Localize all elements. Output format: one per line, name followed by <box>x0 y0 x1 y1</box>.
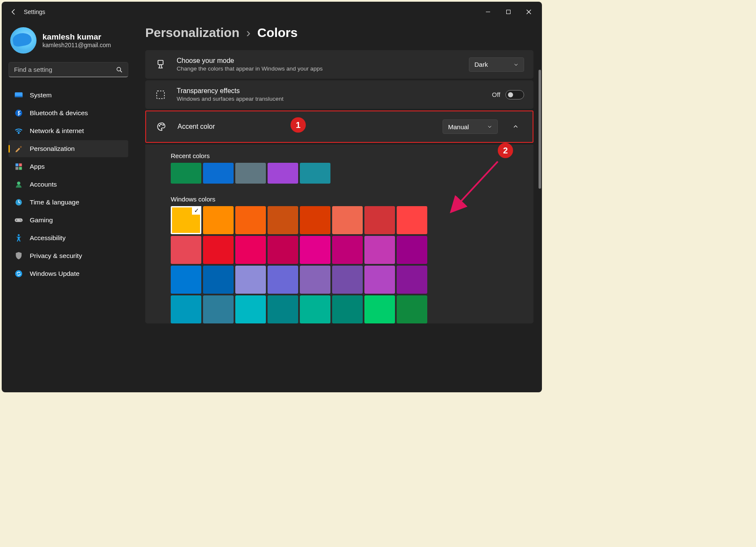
scrollbar[interactable] <box>539 70 541 325</box>
update-icon <box>14 269 23 278</box>
windows-color-swatch[interactable] <box>364 206 395 234</box>
windows-colors-grid: ✓ <box>171 206 524 323</box>
svg-line-5 <box>120 71 122 72</box>
mode-card[interactable]: Choose your mode Change the colors that … <box>145 50 533 79</box>
windows-color-swatch[interactable] <box>300 206 330 234</box>
windows-color-swatch[interactable] <box>235 236 266 264</box>
windows-color-swatch[interactable] <box>397 236 427 264</box>
windows-color-swatch[interactable] <box>203 236 234 264</box>
nav-item-gaming[interactable]: Gaming <box>8 212 128 229</box>
nav-list: SystemBluetooth & devicesNetwork & inter… <box>8 87 128 282</box>
toggle-label: Off <box>492 91 500 98</box>
windows-color-swatch[interactable] <box>332 236 363 264</box>
nav-label: Bluetooth & devices <box>30 109 88 117</box>
nav-item-accessibility[interactable]: Accessibility <box>8 230 128 247</box>
svg-point-24 <box>161 124 161 125</box>
brush-icon <box>14 145 23 153</box>
recent-color-swatch[interactable] <box>203 163 234 184</box>
windows-color-swatch[interactable] <box>203 266 234 294</box>
search-input[interactable] <box>14 66 116 73</box>
nav-label: Windows Update <box>30 270 79 278</box>
svg-point-20 <box>15 270 23 278</box>
windows-color-swatch[interactable]: ✓ <box>171 206 201 234</box>
maximize-button[interactable] <box>499 5 518 19</box>
search-box[interactable] <box>8 62 128 77</box>
wifi-icon <box>14 127 23 135</box>
recent-color-swatch[interactable] <box>171 163 201 184</box>
colors-panel: Recent colors Windows colors ✓ 2 <box>145 145 533 323</box>
collapse-button[interactable] <box>508 119 523 134</box>
recent-color-swatch[interactable] <box>235 163 266 184</box>
transparency-subtitle: Windows and surfaces appear translucent <box>177 96 482 102</box>
recent-color-swatch[interactable] <box>300 163 330 184</box>
close-button[interactable] <box>519 5 539 19</box>
windows-color-swatch[interactable] <box>171 295 201 323</box>
windows-color-swatch[interactable] <box>235 266 266 294</box>
windows-color-swatch[interactable] <box>268 266 298 294</box>
nav-item-accounts[interactable]: Accounts <box>8 176 128 193</box>
windows-color-swatch[interactable] <box>235 206 266 234</box>
windows-color-swatch[interactable] <box>300 236 330 264</box>
windows-color-swatch[interactable] <box>364 266 395 294</box>
nav-item-personalization[interactable]: Personalization <box>8 140 128 157</box>
avatar <box>10 27 37 54</box>
accent-select[interactable]: Manual <box>443 119 498 134</box>
nav-item-apps[interactable]: Apps <box>8 158 128 175</box>
nav-item-network-internet[interactable]: Network & internet <box>8 122 128 139</box>
transparency-icon <box>155 90 166 100</box>
svg-point-8 <box>15 110 23 117</box>
chevron-right-icon: › <box>246 26 251 40</box>
system-icon <box>14 91 23 99</box>
svg-point-23 <box>159 125 160 126</box>
windows-color-swatch[interactable] <box>364 295 395 323</box>
transparency-title: Transparency effects <box>177 87 482 95</box>
nav-label: Personalization <box>30 145 75 153</box>
windows-color-swatch[interactable] <box>300 295 330 323</box>
nav-item-bluetooth-devices[interactable]: Bluetooth & devices <box>8 105 128 122</box>
windows-color-swatch[interactable] <box>397 206 427 234</box>
nav-label: Gaming <box>30 216 53 224</box>
windows-color-swatch[interactable] <box>171 236 201 264</box>
chevron-down-icon <box>487 124 492 129</box>
svg-rect-21 <box>158 60 163 65</box>
svg-point-17 <box>20 219 21 220</box>
nav-item-windows-update[interactable]: Windows Update <box>8 265 128 282</box>
arrow-left-icon <box>10 8 17 16</box>
breadcrumb-parent[interactable]: Personalization <box>145 26 240 40</box>
svg-rect-12 <box>16 167 19 170</box>
windows-color-swatch[interactable] <box>397 295 427 323</box>
mode-select[interactable]: Dark <box>469 57 524 72</box>
windows-color-swatch[interactable] <box>203 295 234 323</box>
nav-item-time-language[interactable]: Time & language <box>8 194 128 211</box>
transparency-toggle[interactable] <box>505 90 524 99</box>
nav-label: Time & language <box>30 198 79 206</box>
recent-color-swatch[interactable] <box>268 163 298 184</box>
nav-item-system[interactable]: System <box>8 87 128 104</box>
windows-color-swatch[interactable] <box>332 206 363 234</box>
mode-value: Dark <box>474 61 488 68</box>
windows-color-swatch[interactable] <box>332 266 363 294</box>
nav-item-privacy-security[interactable]: Privacy & security <box>8 247 128 264</box>
windows-color-swatch[interactable] <box>268 236 298 264</box>
windows-color-swatch[interactable] <box>332 295 363 323</box>
windows-color-swatch[interactable] <box>203 206 234 234</box>
windows-color-swatch[interactable] <box>364 236 395 264</box>
back-button[interactable] <box>5 3 22 20</box>
user-card[interactable]: kamlesh kumar kamlesh2011@gmail.com <box>8 26 128 60</box>
windows-color-swatch[interactable] <box>268 206 298 234</box>
minimize-button[interactable] <box>478 5 498 19</box>
windows-colors-heading: Windows colors <box>171 196 524 203</box>
chevron-up-icon <box>513 124 519 130</box>
svg-rect-1 <box>507 10 511 14</box>
windows-color-swatch[interactable] <box>300 266 330 294</box>
windows-color-swatch[interactable] <box>171 266 201 294</box>
breadcrumb: Personalization › Colors <box>145 26 533 40</box>
windows-color-swatch[interactable] <box>235 295 266 323</box>
nav-label: Apps <box>30 163 45 170</box>
svg-point-4 <box>117 67 121 71</box>
accent-value: Manual <box>448 123 469 130</box>
scrollbar-thumb[interactable] <box>539 70 541 189</box>
windows-color-swatch[interactable] <box>397 266 427 294</box>
windows-color-swatch[interactable] <box>268 295 298 323</box>
svg-rect-22 <box>157 91 164 99</box>
